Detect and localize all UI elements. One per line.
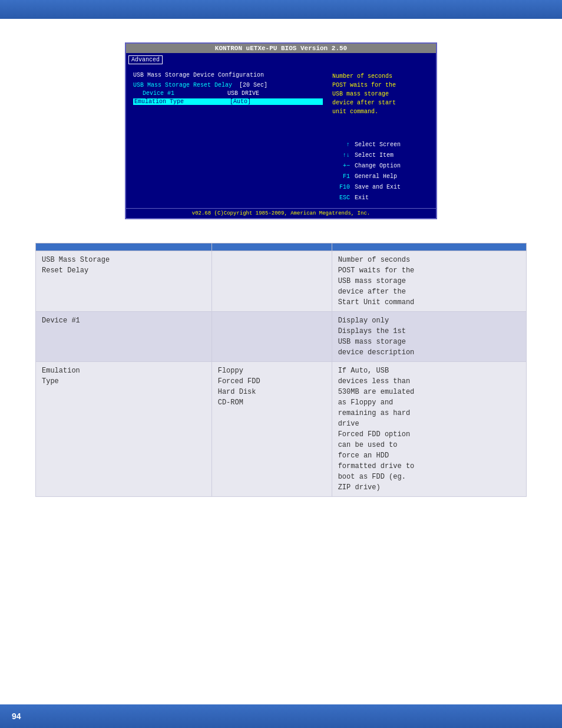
table-row: USB Mass StorageReset Delay Number of se…	[36, 251, 527, 312]
table-section: USB Mass StorageReset Delay Number of se…	[35, 243, 527, 497]
bios-label-emulation: Emulation Type	[134, 98, 205, 105]
row1-name: USB Mass StorageReset Delay	[36, 251, 212, 312]
bios-menu-bar: Advanced	[126, 53, 436, 65]
options-table: USB Mass StorageReset Delay Number of se…	[35, 243, 527, 497]
bios-item-emulation: Emulation Type [Auto]	[133, 98, 323, 105]
row2-options	[211, 312, 332, 362]
main-content: KONTRON uETXe-PU BIOS Version 2.50 Advan…	[0, 19, 562, 532]
table-header	[36, 243, 527, 251]
row2-name: Device #1	[36, 312, 212, 362]
bios-section-title: USB Mass Storage Device Configuration	[133, 72, 323, 78]
bios-title: KONTRON uETXe-PU BIOS Version 2.50	[215, 45, 347, 52]
row1-options	[211, 251, 332, 312]
col-header-name	[36, 243, 212, 251]
bios-value-device1: USB DRIVE	[213, 90, 259, 97]
bios-title-bar: KONTRON uETXe-PU BIOS Version 2.50	[126, 44, 436, 53]
bios-right-panel: Number of seconds POST waits for the USB…	[328, 70, 434, 206]
page-number: 94	[12, 711, 21, 721]
bios-screenshot: KONTRON uETXe-PU BIOS Version 2.50 Advan…	[125, 42, 437, 219]
row3-name: EmulationType	[36, 362, 212, 497]
bios-menu-advanced: Advanced	[128, 55, 163, 64]
top-bar	[0, 0, 562, 19]
bios-item-device1: Device #1 USB DRIVE	[143, 90, 323, 97]
bios-label-device1: Device #1	[143, 90, 213, 97]
row3-options: FloppyForced FDDHard DiskCD-ROM	[211, 362, 332, 497]
row2-desc: Display onlyDisplays the 1stUSB mass sto…	[332, 312, 526, 362]
row1-desc: Number of secondsPOST waits for theUSB m…	[332, 251, 526, 312]
bios-body: USB Mass Storage Device Configuration US…	[126, 67, 436, 208]
bios-value-emulation: [Auto]	[205, 98, 251, 105]
col-header-description	[332, 243, 526, 251]
bios-item-reset-delay: USB Mass Storage Reset Delay [20 Sec]	[133, 82, 323, 88]
bios-left-panel: USB Mass Storage Device Configuration US…	[128, 70, 328, 206]
bios-label-reset-delay: USB Mass Storage Reset Delay	[133, 82, 232, 88]
bottom-bar: 94	[0, 704, 562, 728]
row3-desc: If Auto, USBdevices less than530MB are e…	[332, 362, 526, 497]
table-body: USB Mass StorageReset Delay Number of se…	[36, 251, 527, 497]
bios-help-text: Number of seconds POST waits for the USB…	[332, 72, 429, 116]
bios-footer: v02.68 (C)Copyright 1985-2009, American …	[126, 208, 436, 218]
bios-value-reset-delay: [20 Sec]	[232, 82, 267, 88]
bios-key-help: ↑ Select Screen ↑↓ Select Item +− Change…	[332, 140, 429, 203]
table-row: Device #1 Display onlyDisplays the 1stUS…	[36, 312, 527, 362]
table-row: EmulationType FloppyForced FDDHard DiskC…	[36, 362, 527, 497]
col-header-options	[211, 243, 332, 251]
